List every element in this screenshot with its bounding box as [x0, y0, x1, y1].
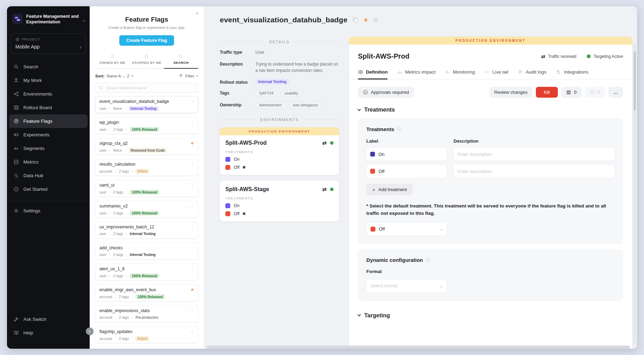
tags-row: Tags Q4FY24 usability — [220, 90, 339, 97]
project-selector[interactable]: PROJECT Mobile App — [11, 33, 86, 54]
flag-list-item[interactable]: enable_imgr_aws_event_bus account2 tags1… — [95, 285, 198, 301]
chevron-down-icon — [440, 285, 443, 287]
sidebar-item-label: Ask Switch — [23, 317, 46, 322]
flag-list-item[interactable]: wp_plugin user2 tags100% Released ☆ — [95, 117, 198, 134]
environment-card-stage[interactable]: Split-AWS-Stage ⇄ TREATMENTS On Off ✱ — [220, 181, 339, 221]
sidebar-item-help[interactable]: Help — [7, 326, 90, 340]
flag-tags: 2 tags — [113, 211, 123, 215]
horizontal-scrollbar[interactable] — [207, 346, 630, 349]
sidebar-item-settings[interactable]: Settings — [7, 204, 90, 218]
chevron-down-icon[interactable] — [83, 16, 85, 23]
environments-section-header: ENVIRONMENTS — [220, 118, 339, 122]
approvals-required-button[interactable]: Approvals required — [358, 87, 414, 98]
review-changes-button[interactable]: Review changes — [489, 87, 532, 98]
star-icon[interactable]: ★ — [363, 16, 368, 24]
sidebar-item-feature-flags[interactable]: Feature Flags — [9, 114, 88, 128]
flag-list-item[interactable]: signup_cta_q2 userNoneRemoved from Code … — [95, 138, 198, 155]
star-icon[interactable]: ☆ — [190, 329, 194, 334]
star-icon[interactable]: ☆ — [190, 308, 194, 313]
field-value: Trying to understand how a badge placed … — [255, 61, 338, 74]
flag-title-row: event_visualization_datahub_badge ★ ⚙ — [220, 16, 379, 24]
copy-icon[interactable] — [352, 17, 359, 23]
flag-list-item[interactable]: add_checks user2 tagsInternal Testing ☆ — [95, 243, 198, 259]
flag-list-item[interactable]: ux_improvements_batch_12 user2 tagsInter… — [95, 222, 198, 239]
chevron-left-icon — [89, 330, 91, 332]
treatment-description-input[interactable] — [458, 169, 611, 174]
tab-definition[interactable]: Definition — [358, 69, 388, 79]
star-icon[interactable]: ☆ — [190, 245, 194, 250]
treatment-description-input[interactable] — [458, 152, 611, 157]
flag-list-item[interactable]: summaries_v2 user2 tags100% Released ☆ — [95, 201, 198, 218]
sidebar-item-search[interactable]: Search — [7, 60, 90, 74]
tab-starred-by-me[interactable]: STARRED BY ME — [129, 53, 164, 68]
scrollbar-thumb[interactable] — [634, 51, 636, 111]
add-treatment-button[interactable]: + Add treatment — [366, 184, 413, 195]
format-select[interactable]: Select format — [366, 279, 447, 293]
star-icon[interactable]: ★ — [190, 287, 194, 292]
gear-icon[interactable]: ⚙ — [373, 16, 378, 24]
search-icon — [164, 54, 198, 59]
status-badge: Internal Testing — [130, 253, 156, 257]
star-icon[interactable]: ☆ — [190, 99, 194, 104]
search-input[interactable] — [106, 86, 195, 90]
flag-list-item[interactable]: event_visualization_datahub_badge userNo… — [95, 96, 198, 113]
sidebar-item-experiments[interactable]: Experiments — [7, 128, 90, 142]
tab-integrations[interactable]: Integrations — [556, 69, 589, 79]
treatments-section-toggle[interactable]: Treatments — [349, 98, 632, 113]
star-icon[interactable]: ☆ — [190, 120, 194, 125]
star-icon[interactable]: ☆ — [190, 161, 194, 167]
sidebar-item-data-hub[interactable]: Data Hub — [7, 169, 90, 182]
star-icon[interactable]: ★ — [190, 141, 194, 146]
flag-name: signup_cta_q2 — [99, 141, 194, 146]
close-icon[interactable]: × — [195, 10, 199, 16]
sidebar-item-my-work[interactable]: My Work — [7, 74, 90, 87]
traffic-received-label: Traffic received — [548, 54, 576, 59]
flag-list-item[interactable]: saml_ui user2 tags100% Released ☆ — [95, 180, 198, 197]
sidebar-item-environments[interactable]: Environments — [7, 87, 90, 101]
sidebar-item-segments[interactable]: Segments — [7, 142, 90, 155]
owner-pill[interactable]: ivan.delagarza — [289, 102, 322, 108]
sort-dropdown[interactable]: Sort: Name A → Z — [95, 74, 133, 78]
sidebar-collapse-button[interactable] — [86, 327, 93, 335]
sidebar-item-get-started[interactable]: Get Started — [7, 182, 90, 196]
grid-count-button[interactable]: 0 — [561, 87, 582, 98]
select-placeholder: Select format — [370, 283, 397, 288]
plus-icon: + — [372, 187, 375, 192]
star-icon[interactable]: ☆ — [190, 266, 194, 271]
project-icon — [15, 37, 20, 41]
tag-pill[interactable]: usability — [280, 90, 302, 97]
owner-pill[interactable]: Administrator — [255, 102, 286, 108]
treatment-label-input[interactable]: On — [366, 148, 447, 161]
flag-list-item[interactable]: results_calculation account2 tagsKilled … — [95, 159, 198, 176]
star-icon[interactable]: ☆ — [190, 182, 194, 188]
flag-list-item[interactable]: alert_ux_1_8 user2 tags100% Released ☆ — [95, 264, 198, 280]
flag-list-item[interactable]: flagship_updates account2 tagsKilled ☆ — [95, 326, 198, 343]
tab-label: STARRED BY ME — [132, 61, 161, 65]
more-actions-button[interactable]: … — [608, 87, 623, 98]
tab-live-tail[interactable]: Live tail — [484, 69, 508, 79]
vertical-scrollbar[interactable] — [634, 44, 636, 345]
filter-dropdown[interactable]: Filter — [179, 74, 198, 78]
environment-card-prod[interactable]: PRODUCTION ENVIRONMENT Split-AWS-Prod ⇄ … — [220, 127, 339, 175]
tab-search[interactable]: SEARCH — [164, 53, 198, 68]
sidebar-item-ask-switch[interactable]: Ask Switch — [7, 312, 90, 326]
tab-monitoring[interactable]: Monitoring — [445, 69, 475, 79]
tab-owned-by-me[interactable]: OWNED BY ME — [95, 53, 129, 68]
flag-list-item[interactable]: enable_impressions_stats account2 tagsPr… — [95, 305, 198, 322]
tag-pill[interactable]: Q4FY24 — [255, 90, 277, 97]
sidebar-item-metrics[interactable]: Metrics — [7, 155, 90, 169]
targeting-section-toggle[interactable]: Targeting — [349, 301, 632, 319]
default-treatment-select[interactable]: Off — [366, 222, 447, 236]
create-feature-flag-button[interactable]: Create Feature Flag — [119, 35, 174, 46]
flag-tags: None — [113, 148, 122, 152]
treatment-off-row: Off ✱ — [225, 211, 334, 216]
environment-name: Split-AWS-Prod — [225, 140, 322, 146]
star-icon[interactable]: ☆ — [190, 203, 194, 209]
tab-metrics-impact[interactable]: Metrics impact — [397, 69, 435, 79]
kill-button[interactable]: Kill — [536, 87, 558, 98]
environment-name: Split-AWS-Stage — [225, 186, 322, 192]
tab-audit-logs[interactable]: Audit logs — [518, 69, 546, 79]
sidebar-item-rollout-board[interactable]: Rollout Board — [7, 101, 90, 114]
treatment-label-input[interactable]: Off — [366, 165, 447, 178]
star-icon[interactable]: ☆ — [190, 224, 194, 229]
